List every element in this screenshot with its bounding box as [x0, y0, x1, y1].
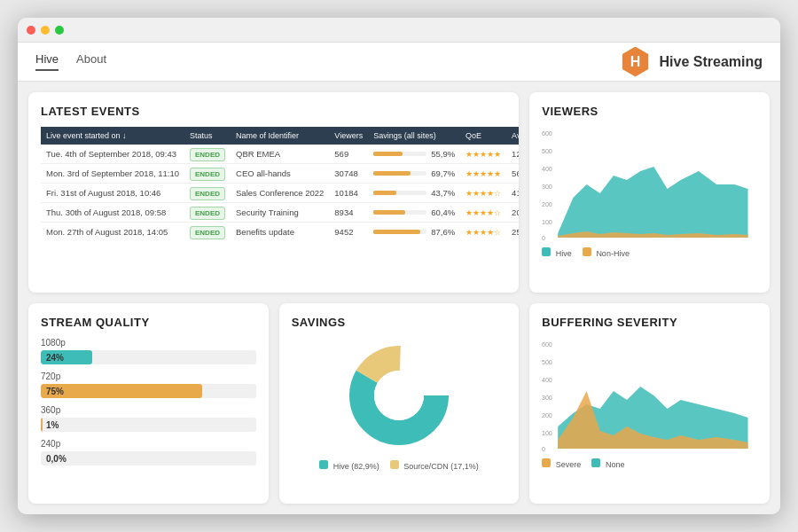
severe-legend-item: Severe [542, 458, 581, 469]
quality-bar-bg: 1% [41, 418, 256, 432]
quality-row: 360p 1% [41, 405, 256, 432]
cdn-savings-legend: Source/CDN (17,1%) [390, 460, 479, 471]
nav-bar: Hive About H Hive Streaming [18, 43, 780, 82]
quality-bar-pct: 1% [41, 420, 59, 430]
col-status: Status [184, 127, 231, 145]
cdn-savings-dot [390, 460, 399, 469]
event-savings: 60,4% [368, 203, 460, 223]
donut-container: Hive (82,9%) Source/CDN (17,1%) [319, 338, 479, 471]
quality-res: 360p [41, 405, 60, 415]
viewers-title: VIEWERS [542, 105, 757, 118]
event-date: Tue. 4th of September 2018, 09:43 [41, 145, 184, 164]
app-window: Hive About H Hive Streaming LATEST EVENT… [18, 18, 780, 514]
quality-bar-pct: 24% [41, 353, 64, 363]
quality-bar-fill: 1% [41, 418, 43, 432]
non-hive-legend-item: Non-Hive [583, 247, 630, 258]
brand-name: Hive Streaming [660, 54, 763, 70]
table-row: Mon. 27th of August 2018, 14:05 ENDED Be… [41, 223, 519, 242]
quality-label: 240p [41, 439, 256, 449]
svg-text:0: 0 [542, 235, 545, 241]
event-date: Thu. 30th of August 2018, 09:58 [41, 203, 184, 223]
svg-text:100: 100 [542, 430, 552, 436]
tab-about[interactable]: About [76, 52, 106, 71]
quality-bar-bg: 75% [41, 384, 256, 398]
severe-legend-label: Severe [556, 460, 582, 469]
stream-quality-card: STREAM QUALITY 1080p 24% 720p 75% 360p [28, 303, 269, 504]
event-date: Fri. 31st of August 2018, 10:46 [41, 184, 184, 203]
hive-savings-dot [319, 460, 328, 469]
event-qoe: ★★★★★ [460, 164, 506, 184]
event-name: Security Training [231, 203, 329, 223]
quality-bar-pct: 75% [41, 387, 64, 396]
nav-tabs: Hive About [35, 52, 106, 71]
event-name: QBR EMEA [231, 145, 329, 164]
event-status: ENDED [184, 223, 231, 242]
viewers-legend: Hive Non-Hive [542, 247, 757, 258]
event-viewers: 8934 [329, 203, 368, 223]
savings-title: SAVINGS [292, 316, 507, 329]
event-savings: 87,6% [368, 223, 460, 242]
svg-text:200: 200 [542, 412, 552, 419]
svg-text:300: 300 [542, 184, 552, 190]
svg-text:500: 500 [542, 359, 552, 365]
quality-bar-fill: 24% [41, 350, 92, 364]
table-row: Mon. 3rd of September 2018, 11:10 ENDED … [41, 164, 519, 184]
quality-bar-fill: 75% [41, 384, 202, 398]
svg-point-18 [374, 371, 424, 420]
content-grid: LATEST EVENTS Live event started on ↓ St… [18, 82, 780, 514]
event-savings: 43,7% [368, 184, 460, 203]
viewers-card: VIEWERS 600 500 400 300 200 100 0 14:5 [529, 92, 770, 293]
col-savings: Savings (all sites) [368, 127, 460, 145]
quality-bar-bg: 0,0% [41, 451, 256, 466]
table-row: Fri. 31st of August 2018, 10:46 ENDED Sa… [41, 184, 519, 203]
buffering-card: BUFFERING SEVERITY 600 500 400 300 200 1… [529, 303, 770, 504]
svg-text:200: 200 [542, 201, 552, 207]
event-name: Sales Conference 2022 [231, 184, 329, 203]
close-button[interactable] [27, 26, 35, 35]
event-status: ENDED [184, 164, 231, 184]
title-bar [18, 18, 780, 43]
quality-row: 720p 75% [41, 372, 256, 398]
viewers-chart: 600 500 400 300 200 100 0 14:54 15:02 15… [542, 127, 757, 242]
hive-legend-item: Hive [542, 247, 572, 258]
table-row: Tue. 4th of September 2018, 09:43 ENDED … [41, 145, 519, 164]
event-savings: 69,7% [368, 164, 460, 184]
savings-card: SAVINGS Hive (82,9%) Source/ [279, 303, 520, 504]
none-legend-item: None [591, 458, 624, 469]
hive-savings-label: Hive (82,9%) [333, 462, 379, 471]
hive-legend-label: Hive [556, 249, 572, 258]
event-date: Mon. 27th of August 2018, 14:05 [41, 223, 184, 242]
event-viewers: 9452 [329, 223, 368, 242]
event-avg-time: 56 min [506, 164, 519, 184]
quality-res: 720p [41, 372, 60, 381]
event-qoe: ★★★★☆ [460, 203, 506, 223]
svg-text:0: 0 [542, 446, 545, 452]
brand-logo-letter: H [630, 54, 641, 70]
tab-hive[interactable]: Hive [35, 52, 59, 71]
col-qoe: QoE [460, 127, 506, 145]
non-hive-legend-dot [583, 247, 591, 256]
svg-text:400: 400 [542, 377, 552, 383]
minimize-button[interactable] [41, 26, 50, 35]
col-viewers: Viewers [329, 127, 368, 145]
quality-res: 1080p [41, 338, 66, 348]
quality-res: 240p [41, 439, 60, 449]
event-qoe: ★★★★☆ [460, 223, 506, 242]
svg-text:500: 500 [542, 148, 552, 154]
event-avg-time: 20 min [506, 203, 519, 223]
svg-text:300: 300 [542, 395, 552, 401]
event-avg-time: 128 min [506, 145, 519, 164]
quality-row: 240p 0,0% [41, 439, 256, 466]
svg-text:600: 600 [542, 341, 552, 348]
none-legend-dot [591, 458, 600, 467]
event-viewers: 30748 [329, 164, 368, 184]
svg-text:400: 400 [542, 166, 552, 172]
cdn-savings-label: Source/CDN (17,1%) [403, 462, 479, 471]
event-date: Mon. 3rd of September 2018, 11:10 [41, 164, 184, 184]
col-date: Live event started on ↓ [41, 127, 184, 145]
events-table: Live event started on ↓ Status Name of I… [41, 127, 519, 241]
event-viewers: 10184 [329, 184, 368, 203]
quality-bar-pct: 0,0% [41, 454, 66, 464]
maximize-button[interactable] [55, 26, 64, 35]
brand: H Hive Streaming [621, 47, 763, 77]
